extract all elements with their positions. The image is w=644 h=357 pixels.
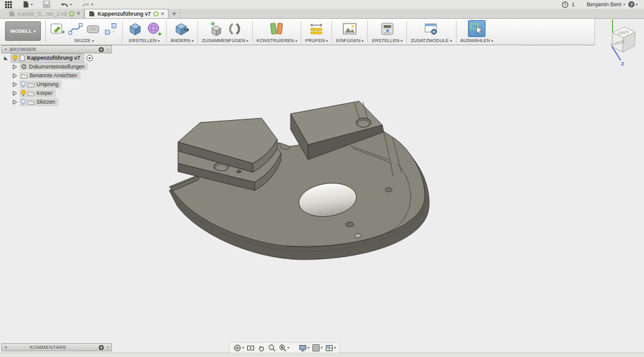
browser-root-row[interactable]: Kappenzuführung v7 <box>3 53 93 62</box>
zoom-button[interactable] <box>268 344 276 352</box>
group-menu-skizze[interactable]: SKIZZE ▾ <box>74 38 94 43</box>
activate-component-icon[interactable] <box>86 55 93 62</box>
zoom-window-icon <box>279 344 287 352</box>
measure-icon <box>308 21 325 36</box>
undo-icon <box>60 1 69 8</box>
insert-image-button[interactable] <box>341 21 358 36</box>
browser-item-label: Ursprung <box>36 81 58 87</box>
browser-item-ursprung[interactable]: Ursprung <box>3 80 93 89</box>
browser-item[interactable]: Skizzen <box>19 98 58 106</box>
panel-options-icon[interactable] <box>98 344 104 351</box>
visibility-bulb-on-icon[interactable] <box>13 55 18 62</box>
panel-expand-icon[interactable]: › <box>107 345 109 350</box>
pan-hand-icon <box>257 344 265 352</box>
redo-button[interactable]: ▾ <box>82 1 93 8</box>
document-tab-bar: Kanüle_G...ren_2 v2 × Kappenzuführung v7… <box>0 9 644 19</box>
tab-document-2-active[interactable]: Kappenzuführung v7 × <box>84 9 169 18</box>
display-settings-button[interactable]: ▾ <box>299 344 309 352</box>
browser-item[interactable]: Dokumenteinstellungen <box>19 63 88 70</box>
workspace-selector-button[interactable]: MODELL ▾ <box>5 21 41 41</box>
browser-item[interactable]: Benannte Ansichten <box>19 72 80 79</box>
browser-item-koerper[interactable]: Körper <box>3 89 93 97</box>
group-menu-erstellen[interactable]: ERSTELLEN ▾ <box>129 38 160 43</box>
panel-options-icon[interactable] <box>98 47 104 53</box>
spline-button[interactable] <box>68 21 83 36</box>
visibility-bulb-off-icon[interactable] <box>21 81 26 88</box>
visibility-bulb-on-icon[interactable] <box>21 90 26 97</box>
extrude-icon <box>126 21 143 37</box>
group-menu-konstruieren[interactable]: KONSTRUIEREN ▾ <box>257 38 297 43</box>
group-label: ERSTELLEN <box>372 38 399 43</box>
help-menu-button[interactable]: ? ▾ <box>628 1 638 8</box>
collapse-panel-icon[interactable]: « <box>4 345 7 350</box>
visibility-bulb-off-icon[interactable] <box>21 99 26 106</box>
browser-root-label: Kappenzuführung v7 <box>27 55 80 61</box>
browser-item[interactable]: Körper <box>19 89 56 97</box>
collapsed-arrow-icon[interactable] <box>12 91 18 96</box>
expanded-arrow-icon[interactable] <box>3 55 9 61</box>
tab-document-1[interactable]: Kanüle_G...ren_2 v2 × <box>5 9 84 18</box>
toolbar-group-konstruieren: KONSTRUIEREN ▾ <box>253 19 301 45</box>
caret-icon: ▾ <box>158 39 160 43</box>
new-component-button[interactable] <box>208 21 225 37</box>
pan-button[interactable] <box>257 344 265 352</box>
group-menu-zusammenfuegen[interactable]: ZUSAMMENFÜGEN ▾ <box>202 38 248 43</box>
joint-icon <box>227 21 242 36</box>
browser-item-dokumenteinstellungen[interactable]: Dokumenteinstellungen <box>3 62 93 71</box>
user-menu-button[interactable]: Benjamin Bent ▾ <box>587 1 625 8</box>
close-tab-icon[interactable]: × <box>77 11 80 16</box>
collapse-panel-icon[interactable]: « <box>4 47 7 52</box>
select-tool-button[interactable] <box>468 20 486 37</box>
file-menu-button[interactable]: ▾ <box>22 1 33 8</box>
group-menu-zusatzmodule[interactable]: ZUSATZMODULE ▾ <box>411 38 452 43</box>
construction-plane-button[interactable] <box>269 21 285 37</box>
make-3d-print-button[interactable] <box>379 21 396 36</box>
browser-item-label: Benannte Ansichten <box>30 72 77 79</box>
close-tab-icon[interactable]: × <box>161 11 164 17</box>
create-sketch-button[interactable] <box>50 21 65 36</box>
collapsed-arrow-icon[interactable] <box>12 73 18 79</box>
caret-icon: ▾ <box>334 346 336 349</box>
browser-item[interactable]: Ursprung <box>19 80 62 89</box>
job-status-clock-icon[interactable] <box>562 1 569 8</box>
undo-button[interactable]: ▾ <box>60 1 72 8</box>
group-menu-make[interactable]: ERSTELLEN ▾ <box>372 38 402 43</box>
orbit-button[interactable]: ▾ <box>233 344 244 352</box>
save-button[interactable] <box>43 1 50 8</box>
panel-expand-icon[interactable]: › <box>107 47 109 52</box>
fusion360-window: ▾ ▾ ▾ <box>0 0 644 357</box>
add-ins-button[interactable] <box>423 21 440 36</box>
viewports-button[interactable]: ▾ <box>325 344 336 352</box>
browser-root-item[interactable]: Kappenzuführung v7 <box>11 53 84 63</box>
create-form-button[interactable] <box>146 21 162 37</box>
caret-icon: ▾ <box>321 346 323 349</box>
group-menu-aendern[interactable]: ÄNDERN ▾ <box>170 38 194 43</box>
group-menu-auswaehlen[interactable]: AUSWÄHLEN ▾ <box>460 38 494 43</box>
new-tab-button[interactable]: + <box>169 9 180 18</box>
collapsed-arrow-icon[interactable] <box>12 99 18 105</box>
group-menu-pruefen[interactable]: PRÜFEN ▾ <box>305 38 328 43</box>
look-at-button[interactable] <box>247 344 255 352</box>
sketch-pattern-icon <box>103 21 118 36</box>
collapsed-arrow-icon[interactable] <box>12 64 18 70</box>
browser-item-benannte-ansichten[interactable]: Benannte Ansichten <box>3 71 93 80</box>
browser-item-skizzen[interactable]: Skizzen <box>3 97 93 106</box>
collapsed-arrow-icon[interactable] <box>12 82 18 87</box>
view-cube[interactable]: OBEN VORNE Z <box>604 18 640 70</box>
caret-icon: ▾ <box>31 3 33 6</box>
new-component-icon <box>208 21 225 37</box>
joint-button[interactable] <box>227 21 242 36</box>
press-pull-button[interactable] <box>174 21 191 37</box>
make-3d-print-icon <box>379 21 396 36</box>
folder-icon <box>28 82 35 87</box>
extrude-button[interactable] <box>126 21 143 37</box>
grid-snaps-button[interactable]: ▾ <box>312 344 323 352</box>
3d-model-body[interactable] <box>162 93 452 282</box>
rectangle-button[interactable] <box>86 21 101 36</box>
group-menu-einfuegen[interactable]: EINFÜGEN ▾ <box>336 38 364 43</box>
fit-zoom-window-button[interactable]: ▾ <box>279 344 289 352</box>
app-grid-button[interactable] <box>5 1 12 8</box>
measure-button[interactable] <box>308 21 325 36</box>
sketch-pattern-button[interactable] <box>103 21 118 36</box>
group-label: PRÜFEN <box>305 38 325 43</box>
